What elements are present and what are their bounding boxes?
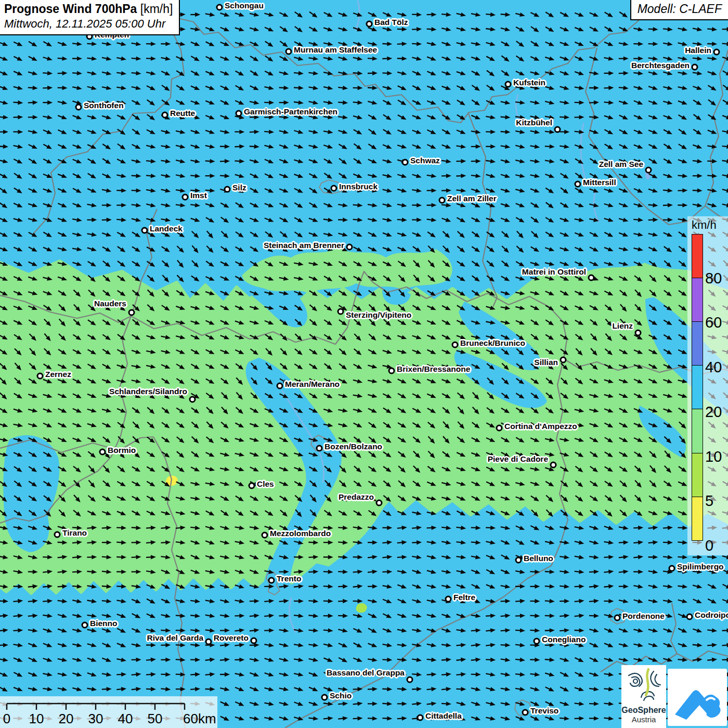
city-label: Silz <box>232 183 246 192</box>
city-marker <box>645 167 652 174</box>
city-label: Conegliano <box>542 635 586 644</box>
city-label: Steinach am Brenner <box>264 241 344 250</box>
city-label: Sillian <box>534 358 558 367</box>
city-marker <box>376 500 383 506</box>
city-label: Mittersill <box>583 178 616 187</box>
scalebar-label: 60km <box>183 711 216 726</box>
city-label: Mezzolombardo <box>270 529 331 538</box>
distance-scalebar: 0102030405060km <box>0 696 217 728</box>
legend-segment <box>692 278 703 322</box>
city-marker <box>224 186 231 193</box>
city-label: Cortina d'Ampezzo <box>504 422 577 431</box>
model-label: Modell: C-LAEF <box>630 0 728 20</box>
wind-speed-legend: km/h 806040201050 <box>687 216 728 555</box>
city-marker <box>575 181 581 188</box>
geosphere-logo-icon <box>621 665 666 706</box>
scalebar-label: 20 <box>59 711 74 726</box>
legend-unit-label: km/h <box>692 218 717 232</box>
mountain-cloud-icon <box>668 669 727 726</box>
city-marker <box>251 638 257 644</box>
city-marker <box>37 373 44 380</box>
legend-color-bar <box>692 234 703 546</box>
scalebar-ruler: 0102030405060km <box>0 696 217 728</box>
city-marker <box>496 425 503 432</box>
city-label: Belluno <box>524 554 553 563</box>
city-marker <box>99 449 106 456</box>
geosphere-logo: GeoSphere Austria <box>621 665 666 728</box>
city-marker <box>331 185 337 192</box>
city-label: Reutte <box>170 109 195 118</box>
city-marker <box>452 342 459 348</box>
city-marker <box>560 357 567 363</box>
city-label: Sterzing/Vipiteno <box>346 310 411 320</box>
city-label: Zell am See <box>599 160 643 169</box>
city-label: Kitzbühel <box>516 118 552 127</box>
city-label: Bienno <box>90 619 118 628</box>
city-label: Tirano <box>62 528 87 538</box>
city-label: Schlanders/Silandro <box>109 387 187 396</box>
city-label: Zell am Ziller <box>447 194 497 203</box>
city-marker <box>534 638 540 645</box>
geosphere-logo-country: Austria <box>621 715 666 724</box>
city-label: Brixen/Bressanone <box>397 365 470 374</box>
legend-tick-label: 5 <box>705 492 713 510</box>
city-marker <box>285 48 292 55</box>
city-marker <box>550 462 557 469</box>
legend-segment <box>692 497 703 541</box>
city-marker <box>554 126 561 133</box>
city-marker <box>321 694 328 701</box>
city-label: Bad Tölz <box>374 18 408 27</box>
legend-segment <box>692 409 703 453</box>
city-marker <box>337 308 344 315</box>
legend-tick-label: 60 <box>705 314 722 331</box>
city-label: Sonthofen <box>84 101 124 110</box>
city-marker <box>216 4 223 11</box>
city-marker <box>182 194 189 201</box>
legend-tick-label: 10 <box>705 448 722 465</box>
city-label: Garmisch-Partenkirchen <box>244 107 337 116</box>
city-marker <box>614 615 621 621</box>
city-label: Spilimbergo <box>677 562 724 571</box>
city-label: Trento <box>277 574 301 583</box>
legend-tick-label: 80 <box>705 269 722 287</box>
city-marker <box>316 445 323 452</box>
scalebar-label: 10 <box>29 711 44 726</box>
legend-segment <box>692 453 703 498</box>
city-label: Nauders <box>94 299 126 308</box>
city-marker <box>82 622 88 629</box>
scalebar-label: 30 <box>88 711 103 726</box>
city-marker <box>515 557 522 564</box>
city-marker <box>262 532 268 539</box>
city-label: Hallein <box>685 46 711 55</box>
geosphere-logo-name: GeoSphere <box>621 706 666 715</box>
city-marker <box>236 110 242 117</box>
city-marker <box>439 197 446 204</box>
map-valid-time: Mittwoch, 12.11.2025 05:00 Uhr <box>4 17 173 31</box>
city-label: Bruneck/Brunico <box>460 339 525 348</box>
city-label: Predazzo <box>339 492 374 502</box>
city-label: Imst <box>190 191 207 200</box>
city-marker <box>141 227 148 234</box>
city-label: Cittadella <box>425 711 462 721</box>
city-marker <box>505 81 512 88</box>
city-label: Pordenone <box>622 612 665 621</box>
scalebar-label: 0 <box>3 711 10 726</box>
city-label: Schio <box>330 691 352 700</box>
city-marker <box>128 309 135 316</box>
city-marker <box>713 49 720 56</box>
city-marker <box>692 64 698 71</box>
city-label: Murnau am Staffelsee <box>294 45 377 55</box>
legend-segment <box>692 321 703 366</box>
city-marker <box>588 275 595 281</box>
city-label: Landeck <box>150 224 183 233</box>
city-marker <box>205 639 212 645</box>
city-marker <box>388 368 395 374</box>
city-label: Schongau <box>225 1 264 10</box>
scalebar-label: 40 <box>118 711 133 726</box>
city-marker <box>522 709 529 716</box>
city-label: Zernez <box>45 370 71 379</box>
city-label: Feltre <box>453 593 475 602</box>
legend-segment <box>692 234 703 279</box>
city-marker <box>669 565 675 572</box>
city-marker <box>277 383 283 389</box>
